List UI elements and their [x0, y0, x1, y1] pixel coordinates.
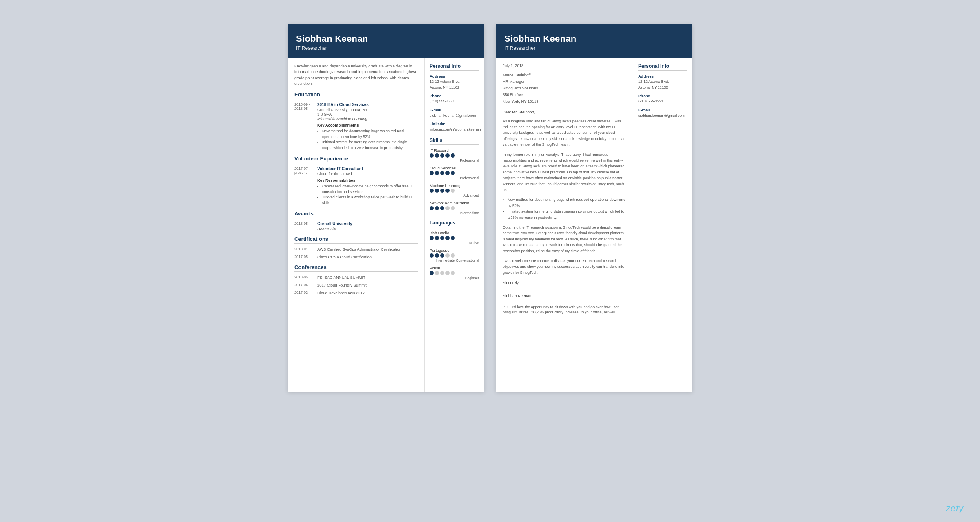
phone-value: (718) 555-1221	[430, 99, 479, 104]
volunteer-bullet-2: Tutored clients in a workshop twice per …	[322, 195, 418, 206]
skill-machine-learning: Machine Learning Advanced	[430, 183, 479, 198]
cover-para-1: As a longtime user and fan of SmogTech's…	[503, 118, 626, 148]
phone-label: Phone	[430, 93, 479, 98]
skill-cloud-services: Cloud Services Professional	[430, 166, 479, 180]
linkedin-label: LinkedIn	[430, 122, 479, 126]
cover-para-2: In my former role in my university's IT …	[503, 152, 626, 193]
cover-salutation: Dear Mr. Steinhoff,	[503, 110, 626, 114]
cover-bullet-2: Initiated system for merging data stream…	[508, 209, 626, 220]
conf-date-1: 2018-05	[294, 275, 314, 280]
certifications-section-title: Certifications	[294, 236, 418, 244]
lang-level-2: Intermediate Conversational	[430, 258, 479, 262]
email-label: E-mail	[430, 108, 479, 112]
volunteer-bullet-1: Canvassed lower-income neighborhoods to …	[322, 184, 418, 195]
conf-entry-2: 2017-04 2017 Cloud Foundry Summit	[294, 283, 418, 287]
skill-level-1: Professional	[430, 158, 479, 162]
cover-address-label: Address	[638, 74, 687, 78]
languages-title: Languages	[430, 220, 479, 227]
lang-name-1: Irish Gaelic	[430, 231, 479, 235]
cover-email-label: E-mail	[638, 108, 687, 112]
address-value: 12-12 Astoria Blvd.Astoria, NY 11102	[430, 79, 479, 90]
awards-content: Cornell University Dean's List	[317, 222, 418, 231]
education-entry: 2013-09 - 2018-05 2018 BA in Cloud Servi…	[294, 102, 418, 151]
cover-bullet-1: New method for documenting bugs which re…	[508, 197, 626, 209]
conf-name-3: Cloud DeveloperDays 2017	[317, 291, 418, 295]
zety-watermark: zety	[946, 503, 964, 514]
awards-date: 2018-05	[294, 222, 314, 231]
lang-irish: Irish Gaelic Native	[430, 231, 479, 245]
skill-name-1: IT Research	[430, 148, 479, 153]
cover-para-3: Obtaining the IT research position at Sm…	[503, 224, 626, 254]
education-minor: Minored in Machine Learning	[317, 116, 418, 121]
conferences-section-title: Conferences	[294, 264, 418, 272]
key-accomplishments-title: Key Accomplishments	[317, 123, 418, 127]
volunteer-bullets: Canvassed lower-income neighborhoods to …	[317, 184, 418, 206]
education-bullet-1: New method for documenting bugs which re…	[322, 129, 418, 140]
skill-dots-1	[430, 153, 479, 158]
resume-title: IT Researcher	[296, 45, 476, 51]
education-school: Cornell University, Ithaca, NY	[317, 107, 418, 112]
resume-name: Siobhan Keenan	[296, 33, 476, 44]
conf-date-3: 2017-02	[294, 291, 314, 295]
cert-date-1: 2018-01	[294, 247, 314, 251]
cert-content-2: Cisco CCNA Cloud Certification	[317, 255, 418, 259]
volunteer-role: Volunteer IT Consultant	[317, 167, 418, 171]
personal-info-title: Personal Info	[430, 63, 479, 71]
awards-entry: 2018-05 Cornell University Dean's List	[294, 222, 418, 231]
education-bullets: New method for documenting bugs which re…	[317, 129, 418, 151]
cover-main: July 1, 2018 Marcel Steinhoff HR Manager…	[496, 58, 633, 392]
cover-header: Siobhan Keenan IT Researcher	[496, 24, 692, 58]
cover-title: IT Researcher	[504, 45, 684, 51]
conf-entry-3: 2017-02 Cloud DeveloperDays 2017	[294, 291, 418, 295]
cert-entry-1: 2018-01 AWS Certified SysOps Administrat…	[294, 247, 418, 251]
conf-name-2: 2017 Cloud Foundry Summit	[317, 283, 418, 287]
cert-name-2: Cisco CCNA Cloud Certification	[317, 255, 418, 259]
education-date: 2013-09 - 2018-05	[294, 102, 314, 151]
cert-date-2: 2017-05	[294, 255, 314, 259]
volunteer-responsibilities-title: Key Responsibilities	[317, 178, 418, 182]
volunteer-org: Cloud for the Crowd	[317, 171, 418, 176]
skill-level-3: Advanced	[430, 193, 479, 198]
cert-content-1: AWS Certified SysOps Administrator Certi…	[317, 247, 418, 251]
cover-para-4: I would welcome the chance to discuss yo…	[503, 258, 626, 275]
cover-phone-value: (718) 555-1221	[638, 99, 687, 104]
conf-name-1: FS-ISAC ANNUAL SUMMIT	[317, 275, 418, 280]
skills-title: Skills	[430, 138, 479, 145]
awards-section-title: Awards	[294, 211, 418, 218]
education-degree: 2018 BA in Cloud Services	[317, 102, 418, 107]
cert-entry-2: 2017-05 Cisco CCNA Cloud Certification	[294, 255, 418, 259]
address-label: Address	[430, 74, 479, 78]
education-bullet-2: Initiated system for merging data stream…	[322, 140, 418, 151]
resume-main: Knowledgeable and dependable university …	[288, 58, 425, 392]
linkedin-value: linkedin.com/in/siobhan.keenan	[430, 127, 479, 133]
cover-page: Siobhan Keenan IT Researcher July 1, 201…	[496, 24, 692, 392]
volunteer-content: Volunteer IT Consultant Cloud for the Cr…	[317, 167, 418, 206]
cover-phone-label: Phone	[638, 93, 687, 98]
education-gpa: 3.8 GPA	[317, 112, 418, 116]
volunteer-section-title: Volunteer Experience	[294, 155, 418, 163]
resume-body: Knowledgeable and dependable university …	[288, 58, 484, 392]
lang-polish: Polish Beginner	[430, 266, 479, 280]
cover-address-value: 12-12 Astoria Blvd.Astoria, NY 11102	[638, 79, 687, 90]
cover-bullets: New method for documenting bugs which re…	[503, 197, 626, 220]
cover-recipient: Marcel Steinhoff HR Manager SmogTech Sol…	[503, 72, 626, 105]
lang-dots-1	[430, 236, 479, 240]
skill-level-4: Intermediate	[430, 211, 479, 215]
skill-dots-2	[430, 171, 479, 175]
skill-network-admin: Network Administration Intermediate	[430, 201, 479, 215]
lang-portuguese: Portuguese Intermediate Conversational	[430, 248, 479, 262]
cert-name-1: AWS Certified SysOps Administrator Certi…	[317, 247, 418, 251]
volunteer-date: 2017-07 - present	[294, 167, 314, 206]
cover-ps: P.S. - I'd love the opportunity to sit d…	[503, 304, 626, 315]
conf-date-2: 2017-04	[294, 283, 314, 287]
lang-name-3: Polish	[430, 266, 479, 270]
skill-level-2: Professional	[430, 176, 479, 180]
lang-level-1: Native	[430, 241, 479, 245]
email-value: siobhan.keenan@gmail.com	[430, 113, 479, 119]
cover-email-value: siobhan.keenan@gmail.com	[638, 113, 687, 119]
education-section-title: Education	[294, 91, 418, 99]
cover-closing: Sincerely, Siobhan Keenan	[503, 280, 626, 299]
education-content: 2018 BA in Cloud Services Cornell Univer…	[317, 102, 418, 151]
resume-summary: Knowledgeable and dependable university …	[294, 63, 418, 87]
cover-date: July 1, 2018	[503, 63, 626, 68]
